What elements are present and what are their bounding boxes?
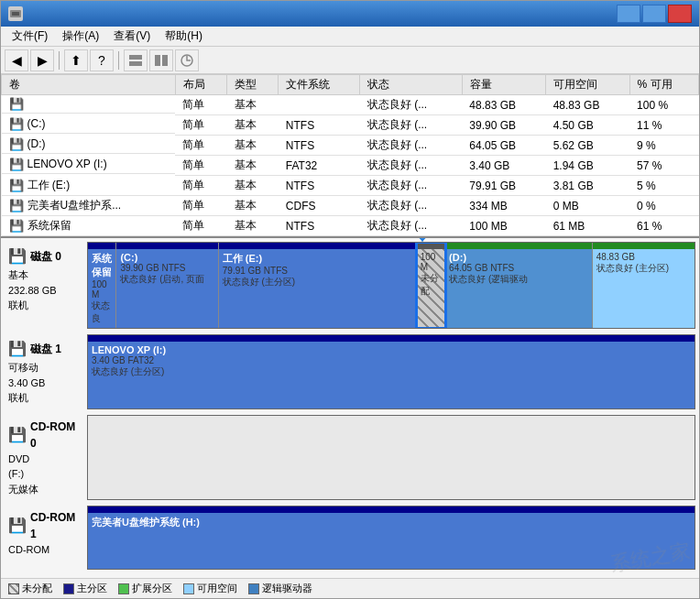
col-type: 类型 [227, 75, 279, 95]
cell-name: 💾 (C:) [2, 115, 176, 134]
view1-button[interactable] [124, 49, 148, 71]
cell-fs: CDFS [279, 196, 360, 216]
cell-capacity: 64.05 GB [462, 136, 545, 156]
cell-pct: 9 % [629, 136, 698, 156]
svg-rect-4 [155, 55, 160, 66]
disk-info-disk1: 💾磁盘 1可移动3.40 GB联机 [5, 334, 87, 409]
legend-primary: 主分区 [63, 582, 107, 595]
cell-pct: 57 % [629, 156, 698, 176]
disk-size: (F:) [8, 466, 83, 482]
part-header [88, 243, 115, 249]
partition-disk0-0[interactable]: 系统保留 100 M 状态良 [88, 243, 116, 328]
part-header [116, 243, 217, 249]
table-row[interactable]: 💾 完美者U盘维护系... 简单 基本 CDFS 状态良好 (... 334 M… [2, 196, 699, 216]
svg-rect-2 [129, 55, 142, 60]
main-content: 卷 布局 类型 文件系统 状态 容量 可用空间 % 可用 💾 简单 基本 [1, 74, 699, 598]
disk-visual-scroll[interactable]: ↓ 💾磁盘 0基本232.88 GB联机 系统保留 100 M 状态良 (C:)… [1, 238, 699, 578]
cell-type: 基本 [227, 196, 279, 216]
cell-fs [279, 95, 360, 115]
maximize-button[interactable] [642, 5, 666, 23]
legend-bar: 未分配 主分区 扩展分区 可用空间 逻辑驱动器 [1, 578, 699, 598]
disk-info-cdrom1: 💾CD-ROM 1CD-ROM [5, 506, 87, 570]
cell-layout: 简单 [175, 115, 226, 136]
menu-file[interactable]: 文件(F) [5, 27, 55, 46]
minimize-button[interactable] [617, 5, 640, 23]
disk-type: CD-ROM [8, 542, 83, 558]
disk-partitions-cdrom1: 完美者U盘维护系统 (H:) [87, 506, 695, 570]
menu-action[interactable]: 操作(A) [55, 27, 106, 46]
legend-logical: 逻辑驱动器 [248, 582, 312, 595]
forward-button[interactable]: ▶ [30, 49, 54, 71]
partition-disk1-0[interactable]: LENOVO XP (I:) 3.40 GB FAT32 状态良好 (主分区) [88, 335, 695, 408]
cell-layout: 简单 [175, 136, 226, 156]
cell-name: 💾 LENOVO XP (I:) [2, 156, 176, 174]
cell-free: 61 MB [546, 216, 629, 236]
disk-type: 基本 [8, 267, 83, 283]
cell-free: 48.83 GB [546, 95, 629, 115]
view2-button[interactable] [149, 49, 173, 71]
table-row[interactable]: 💾 (D:) 简单 基本 NTFS 状态良好 (... 64.05 GB 5.6… [2, 136, 699, 156]
cell-status: 状态良好 (... [360, 176, 462, 196]
disk-label: CD-ROM 0 [30, 419, 83, 452]
menu-help[interactable]: 帮助(H) [158, 27, 210, 46]
disk-status: 无媒体 [8, 482, 83, 497]
menu-view[interactable]: 查看(V) [106, 27, 158, 46]
cell-pct: 5 % [629, 176, 698, 196]
table-row[interactable]: 💾 LENOVO XP (I:) 简单 基本 FAT32 状态良好 (... 3… [2, 156, 699, 176]
partition-disk0-1[interactable]: (C:) 39.90 GB NTFS 状态良好 (启动, 页面 [116, 243, 218, 328]
cell-type: 基本 [227, 136, 279, 156]
disk-entry-cdrom0: 💾CD-ROM 0DVD(F:)无媒体 [5, 415, 695, 501]
col-layout: 布局 [175, 75, 226, 95]
partition-disk0-3[interactable]: 100 M 未分配 [417, 243, 445, 328]
legend-box-free [183, 583, 194, 594]
table-row[interactable]: 💾 简单 基本 状态良好 (... 48.83 GB 48.83 GB 100 … [2, 95, 699, 115]
cell-layout: 简单 [175, 95, 226, 115]
disk-info-disk0: 💾磁盘 0基本232.88 GB联机 [5, 242, 87, 329]
partition-disk0-2[interactable]: 工作 (E:) 79.91 GB NTFS 状态良好 (主分区) [219, 243, 417, 328]
partition-cdrom1-0[interactable]: 完美者U盘维护系统 (H:) [88, 506, 695, 569]
up-button[interactable]: ⬆ [64, 49, 88, 71]
disk-entry-cdrom1: 💾CD-ROM 1CD-ROM 完美者U盘维护系统 (H:) [5, 506, 695, 570]
disk-partitions-empty-cdrom0 [87, 415, 695, 501]
legend-free: 可用空间 [183, 582, 237, 595]
back-button[interactable]: ◀ [5, 49, 28, 71]
disk-status: 联机 [8, 298, 83, 313]
part-detail2: 状态良好 (逻辑驱动 [449, 273, 588, 286]
disk-size: 232.88 GB [8, 283, 83, 299]
table-row[interactable]: 💾 系统保留 简单 基本 NTFS 状态良好 (... 100 MB 61 MB… [2, 216, 699, 236]
part-detail1: 64.05 GB NTFS [449, 263, 588, 273]
disk-visual-section: ↓ 💾磁盘 0基本232.88 GB联机 系统保留 100 M 状态良 (C:)… [1, 238, 699, 598]
part-detail1: 3.40 GB FAT32 [92, 355, 691, 365]
part-header [88, 506, 695, 513]
cell-fs: NTFS [279, 115, 360, 136]
cell-free: 4.50 GB [546, 115, 629, 136]
cell-pct: 11 % [629, 115, 698, 136]
part-header [88, 335, 695, 342]
cell-status: 状态良好 (... [360, 95, 462, 115]
disk-table[interactable]: 卷 布局 类型 文件系统 状态 容量 可用空间 % 可用 💾 简单 基本 [1, 74, 699, 238]
close-button[interactable] [668, 5, 692, 23]
cell-status: 状态良好 (... [360, 216, 462, 236]
cell-name: 💾 完美者U盘维护系... [2, 196, 176, 216]
cell-layout: 简单 [175, 196, 226, 216]
cell-capacity: 39.90 GB [462, 115, 545, 136]
cell-free: 0 MB [546, 196, 629, 216]
part-detail2: 未分配 [421, 272, 441, 298]
disk-label: CD-ROM 1 [30, 509, 83, 542]
legend-label-primary: 主分区 [77, 582, 107, 595]
table-row[interactable]: 💾 (C:) 简单 基本 NTFS 状态良好 (... 39.90 GB 4.5… [2, 115, 699, 136]
svg-rect-1 [12, 12, 19, 16]
legend-box-primary [63, 583, 74, 594]
table-row[interactable]: 💾 工作 (E:) 简单 基本 NTFS 状态良好 (... 79.91 GB … [2, 176, 699, 196]
view3-button[interactable] [175, 49, 199, 71]
cell-fs: FAT32 [279, 156, 360, 176]
cell-pct: 0 % [629, 196, 698, 216]
partition-disk0-4[interactable]: (D:) 64.05 GB NTFS 状态良好 (逻辑驱动 [445, 243, 593, 328]
cell-name: 💾 系统保留 [2, 216, 176, 236]
legend-box-logical [248, 583, 259, 594]
help-button[interactable]: ? [90, 49, 114, 71]
disk-partitions-disk0: 系统保留 100 M 状态良 (C:) 39.90 GB NTFS 状态良好 (… [87, 242, 695, 329]
part-header [593, 243, 695, 249]
part-detail2: 状态良好 (主分区) [223, 276, 412, 289]
partition-disk0-5[interactable]: 48.83 GB 状态良好 (主分区) [593, 243, 695, 328]
